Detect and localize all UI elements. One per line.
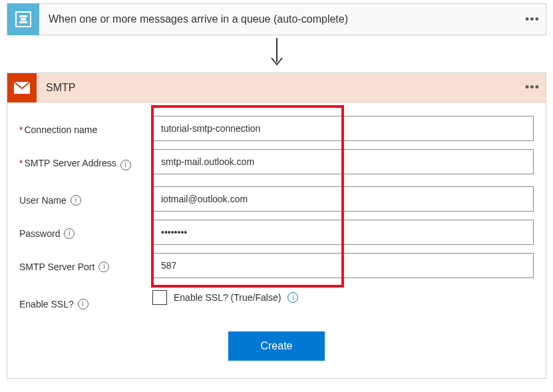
label-password: Password i: [19, 220, 152, 241]
user-name-input[interactable]: [152, 186, 534, 212]
connector-arrow: [0, 35, 553, 73]
row-connection-name: *Connection name: [19, 116, 534, 141]
info-icon[interactable]: i: [64, 228, 75, 239]
action-title: SMTP: [37, 82, 519, 94]
connection-name-input[interactable]: [152, 116, 534, 141]
enable-ssl-checkbox[interactable]: [152, 290, 167, 305]
mail-icon: [7, 73, 37, 102]
label-connection-name: *Connection name: [19, 116, 152, 137]
svg-rect-2: [19, 21, 27, 23]
form-body: *Connection name *SMTP Server Address i …: [7, 102, 546, 378]
row-server-address: *SMTP Server Address i: [19, 149, 534, 174]
svg-rect-1: [19, 15, 27, 17]
action-card: SMTP ••• *Connection name *SMTP Server A…: [7, 73, 546, 379]
trigger-title: When one or more messages arrive in a qu…: [39, 13, 519, 25]
server-address-input[interactable]: [152, 149, 534, 174]
label-enable-ssl: Enable SSL? i: [19, 290, 152, 311]
trigger-card[interactable]: When one or more messages arrive in a qu…: [7, 3, 546, 35]
row-enable-ssl: Enable SSL? i Enable SSL? (True/False) i: [19, 290, 534, 311]
row-user-name: User Name i: [19, 186, 534, 212]
create-button[interactable]: Create: [228, 331, 324, 361]
label-server-address: *SMTP Server Address i: [19, 149, 152, 170]
password-input[interactable]: [152, 220, 534, 245]
info-icon[interactable]: i: [120, 160, 131, 170]
info-icon[interactable]: i: [71, 195, 81, 206]
info-icon[interactable]: i: [287, 292, 298, 303]
info-icon[interactable]: i: [98, 262, 109, 272]
trigger-menu-button[interactable]: •••: [519, 13, 546, 27]
server-port-input[interactable]: [152, 253, 534, 278]
action-header[interactable]: SMTP •••: [7, 73, 546, 102]
info-icon[interactable]: i: [78, 299, 89, 309]
label-user-name: User Name i: [19, 186, 152, 208]
row-password: Password i: [19, 220, 534, 245]
action-menu-button[interactable]: •••: [519, 81, 546, 95]
row-server-port: SMTP Server Port i: [19, 253, 534, 278]
svg-rect-3: [21, 18, 26, 21]
create-row: Create: [19, 331, 534, 361]
enable-ssl-checkbox-label: Enable SSL? (True/False): [174, 292, 281, 303]
label-server-port: SMTP Server Port i: [19, 253, 152, 274]
queue-icon: [7, 3, 39, 35]
